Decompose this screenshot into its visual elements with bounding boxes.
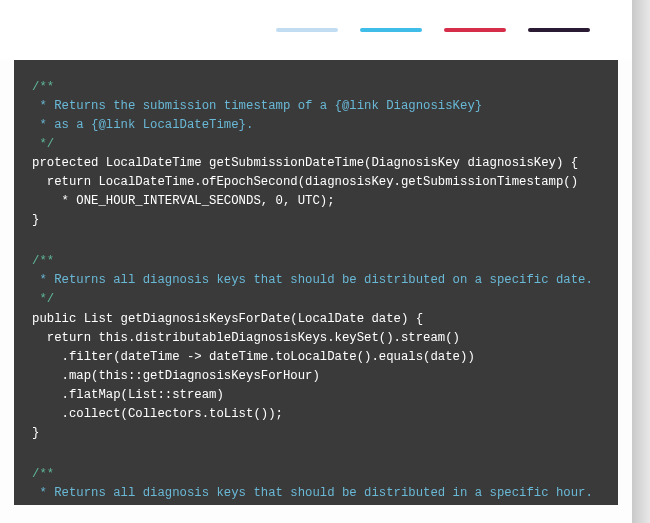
code-line: protected LocalDateTime getSubmissionDat… bbox=[32, 156, 578, 170]
code-line: } bbox=[32, 426, 39, 440]
javadoc-open: /** bbox=[32, 80, 54, 94]
code-line: return LocalDateTime.ofEpochSecond(diagn… bbox=[32, 175, 578, 189]
code-line: } bbox=[32, 213, 39, 227]
javadoc-line: * Returns all diagnosis keys that should… bbox=[32, 273, 593, 287]
code-line: .map(this::getDiagnosisKeysForHour) bbox=[32, 369, 320, 383]
code-line: public List getDiagnosisKeysForDate(Loca… bbox=[32, 312, 423, 326]
javadoc-open: /** bbox=[32, 467, 54, 481]
tab-indicator-3[interactable] bbox=[444, 28, 506, 32]
javadoc-open: /** bbox=[32, 254, 54, 268]
code-line: * ONE_HOUR_INTERVAL_SECONDS, 0, UTC); bbox=[32, 194, 335, 208]
window-frame: /** * Returns the submission timestamp o… bbox=[0, 0, 632, 523]
code-panel: /** * Returns the submission timestamp o… bbox=[14, 60, 618, 505]
tab-indicator-2[interactable] bbox=[360, 28, 422, 32]
code-line: .filter(dateTime -> dateTime.toLocalDate… bbox=[32, 350, 475, 364]
code-line: return this.distributableDiagnosisKeys.k… bbox=[32, 331, 460, 345]
frame-edge bbox=[632, 0, 650, 523]
code-block-2: /** * Returns all diagnosis keys that sh… bbox=[32, 252, 600, 442]
tabs-bar bbox=[0, 0, 632, 60]
javadoc-close: */ bbox=[32, 292, 54, 306]
javadoc-line: * Returns all diagnosis keys that should… bbox=[32, 486, 593, 500]
code-block-1: /** * Returns the submission timestamp o… bbox=[32, 78, 600, 230]
code-block-3: /** * Returns all diagnosis keys that sh… bbox=[32, 465, 600, 505]
code-line: .collect(Collectors.toList()); bbox=[32, 407, 283, 421]
tab-indicator-1[interactable] bbox=[276, 28, 338, 32]
javadoc-close: */ bbox=[32, 137, 54, 151]
tab-indicator-4[interactable] bbox=[528, 28, 590, 32]
javadoc-line: * as a {@link LocalDateTime}. bbox=[32, 118, 253, 132]
code-line: .flatMap(List::stream) bbox=[32, 388, 224, 402]
javadoc-line: * Returns the submission timestamp of a … bbox=[32, 99, 482, 113]
